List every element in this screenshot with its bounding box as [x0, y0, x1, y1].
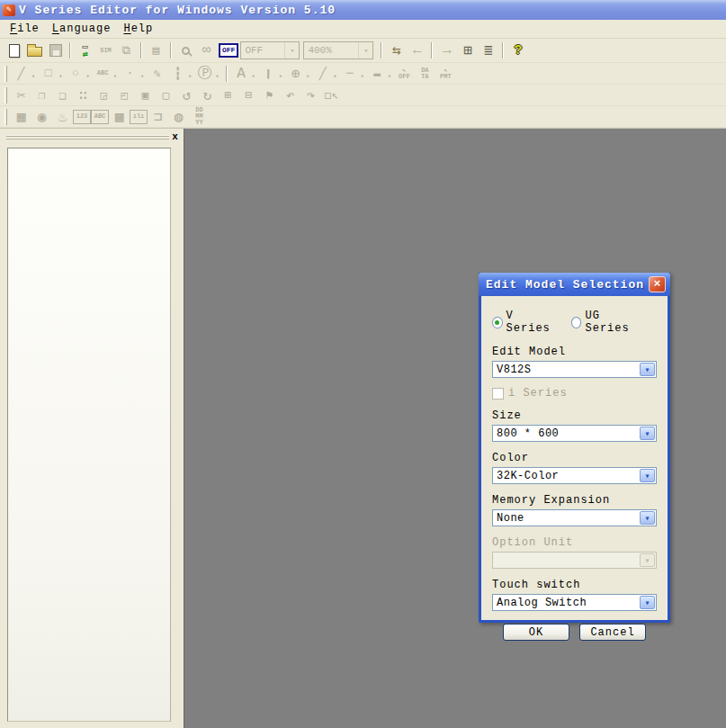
radio-ug-series[interactable]: UG Series [571, 310, 643, 335]
text-style-button: A [231, 64, 252, 84]
size-value: 800 * 600 [493, 426, 639, 441]
pmt-overlap-button: ↖ PMT [435, 64, 456, 84]
toolbar-separator [381, 42, 382, 58]
color-label: Color [492, 452, 657, 465]
buzzer-part-button: ◍ [168, 107, 189, 127]
chevron-down-icon: ▾ [279, 73, 282, 80]
graph-part-button: ılı [130, 110, 148, 124]
toolbar-separator [226, 66, 228, 82]
chevron-down-icon: ▾ [640, 363, 655, 376]
copy-button: ❐ [31, 85, 52, 105]
draw-rect-button: □ [38, 64, 58, 84]
paint-button: ✎ [147, 64, 167, 84]
edit-model-label: Edit Model [492, 346, 657, 359]
open-folder-button[interactable] [24, 40, 45, 60]
save-button [45, 40, 66, 60]
dialog-close-icon[interactable]: × [649, 276, 666, 292]
edit-model-selection-dialog: Edit Model Selection × V Series UG Serie… [479, 273, 670, 623]
memory-expansion-combobox[interactable]: None▾ [492, 509, 657, 526]
fill-color-button: ▬ [367, 64, 388, 84]
chevron-down-icon: ▾ [640, 427, 655, 440]
transfer-button[interactable]: ▭⇄ [75, 40, 95, 60]
dialog-title: Edit Model Selection [486, 278, 644, 292]
toolbar-separator [502, 42, 504, 58]
print-button: ▤ [146, 40, 166, 60]
menu-help[interactable]: Help [117, 21, 159, 37]
rotate-right-button: ↻ [197, 85, 218, 105]
dialog-buttons: OK Cancel [492, 624, 657, 641]
chevron-down-icon: ▾ [58, 73, 62, 80]
draw-line-button: ╱ [11, 64, 31, 84]
toolbar-separator [69, 42, 71, 58]
screen-list-button[interactable]: ⊞ [457, 40, 478, 60]
lamp-part-button: ♨ [52, 107, 73, 127]
ok-button[interactable]: OK [503, 624, 569, 641]
chevron-down-icon: ▾ [388, 73, 391, 80]
item-list-button[interactable]: ≣ [478, 40, 498, 60]
size-combobox[interactable]: 800 * 600▾ [492, 425, 657, 442]
chevron-down-icon: ▾ [284, 42, 299, 58]
pattern-button: ⊕ [285, 64, 306, 84]
toolbar-row-draw: ╱▾□▾○▾ABC▾·▾✎┇▾Ⓟ▾A▾❙▾⊕▾╱▾─▾▬▾↖ OFFDA TA↖… [0, 63, 726, 85]
option-unit-combobox: ▾ [492, 552, 657, 569]
window-titlebar[interactable]: ✎ V Series Editor for Windows Version 5.… [0, 0, 726, 20]
paste-button: ❑ [52, 85, 73, 105]
touch-switch-combobox[interactable]: Analog Switch▾ [492, 594, 657, 611]
menu-file[interactable]: File [4, 21, 46, 37]
dialog-titlebar[interactable]: Edit Model Selection × [479, 273, 670, 296]
rotate-left-button: ↺ [176, 85, 197, 105]
entry-table-part-button: ▦ [11, 107, 31, 127]
toolbar-row-standard: ▭⇄SIM⧉▤∞OFFOFF▾400%▾⇆←→⊞≣? [0, 39, 726, 63]
menu-language[interactable]: Language [46, 21, 118, 37]
line-width-button: ─ [339, 64, 360, 84]
chevron-down-icon: ▾ [85, 73, 89, 80]
catalog-listbox[interactable] [7, 148, 171, 722]
previous-screen-button: ← [407, 40, 427, 60]
toolbar-grip [4, 87, 7, 103]
date-part-button: DD MM YY [189, 107, 210, 127]
simulator-button: SIM [95, 40, 116, 60]
toolbar-row-edit: ✂❐❑∷◲◰▣▢↺↻⊞⊟⚑↶↷◻↖ [0, 85, 726, 106]
new-file-icon [9, 44, 20, 58]
off-display-toggle[interactable]: OFF [219, 43, 238, 58]
keypad-part-button: ▩ [109, 107, 130, 127]
cancel-button[interactable]: Cancel [579, 624, 646, 641]
panel-close-icon[interactable]: x [170, 131, 180, 141]
draw-scale-button: ┇ [167, 64, 188, 84]
toolbar-grip [4, 66, 7, 82]
data-overlap-button: DA TA [415, 64, 435, 84]
chevron-down-icon: ▾ [358, 42, 372, 58]
chevron-down-icon: ▾ [140, 73, 144, 80]
i-series-label: i Series [508, 387, 568, 400]
chevron-down-icon: ▾ [360, 73, 363, 80]
undo-button: ↶ [280, 85, 300, 105]
cut-button: ✂ [11, 85, 31, 105]
chevron-down-icon: ▾ [333, 73, 336, 80]
i-series-checkbox: i Series [492, 387, 657, 400]
radio-circle [492, 317, 503, 328]
save-icon [49, 44, 62, 57]
numeric-display-part-button: 123 [73, 110, 91, 124]
panel-grab-bar[interactable] [6, 135, 169, 142]
help-button[interactable]: ? [507, 40, 528, 60]
chevron-down-icon: ▾ [31, 73, 35, 80]
radio-circle [571, 317, 582, 328]
catalog-panel: x [0, 129, 184, 728]
connector-part-button: ⊐ [148, 107, 168, 127]
search-button: ∞ [196, 40, 217, 60]
multi-copy-button: ∷ [73, 85, 94, 105]
new-file-button[interactable] [4, 40, 24, 60]
parts-place-button: Ⓟ [194, 64, 215, 84]
color-combobox[interactable]: 32K-Color▾ [492, 467, 657, 484]
transfer-icon: ▭⇄ [82, 43, 87, 58]
edit-model-value: V812S [493, 362, 639, 377]
draw-circle-button: ○ [65, 64, 85, 84]
ungroup-button: ▢ [156, 85, 176, 105]
chevron-down-icon: ▾ [640, 553, 655, 567]
jump-screen-button[interactable]: ⇆ [386, 40, 407, 60]
chevron-down-icon: ▾ [306, 73, 309, 80]
edit-model-combobox[interactable]: V812S▾ [492, 361, 657, 378]
radio-v-series[interactable]: V Series [492, 310, 558, 335]
pin-button: ⚑ [259, 85, 280, 105]
size-label: Size [492, 409, 657, 423]
